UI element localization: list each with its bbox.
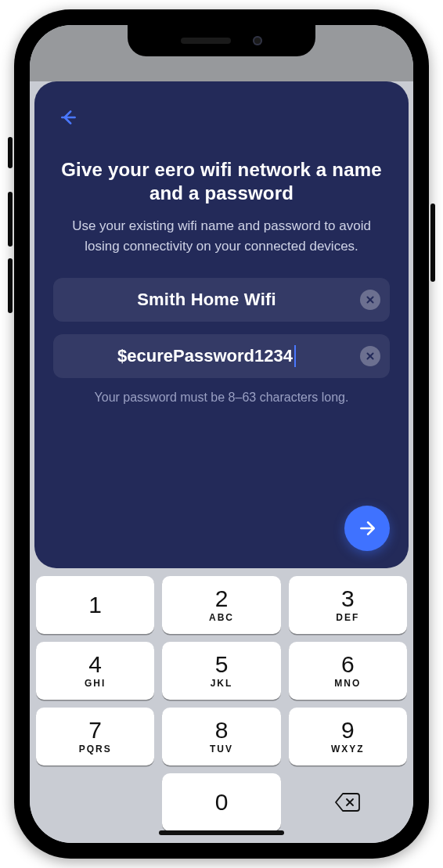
keypad-digit: 3 [341,587,355,610]
phone-volume-down [8,258,13,313]
back-button[interactable] [53,102,85,133]
keypad-key-9[interactable]: 9WXYZ [289,708,407,765]
keypad-digit: 6 [341,653,355,676]
phone-power-button [430,203,435,282]
phone-volume-up [8,192,13,247]
keypad-digit: 8 [215,719,229,742]
keypad-key-4[interactable]: 4GHI [36,642,154,700]
keypad-letters: WXYZ [331,744,365,755]
keypad-key-1[interactable]: 1 [36,576,154,634]
phone-frame: Give your eero wifi network a name and a… [14,9,429,859]
home-indicator[interactable] [159,830,284,835]
keypad-key-7[interactable]: 7PQRS [36,708,154,765]
phone-notch [128,25,315,56]
keypad-digit: 2 [215,587,229,610]
text-cursor [294,345,296,367]
keypad-digit: 5 [215,653,229,676]
backspace-icon [333,791,362,813]
network-name-input[interactable] [66,278,348,322]
keypad-key-5[interactable]: 5JKL [162,642,280,700]
phone-silent-switch [8,137,13,168]
keypad-digit: 4 [88,653,102,676]
keypad-backspace[interactable] [289,773,407,831]
keypad-letters: JKL [211,678,233,689]
keypad-key-3[interactable]: 3DEF [289,576,407,634]
page-subtitle: Use your existing wifi name and password… [53,216,390,256]
keypad-digit: 9 [341,719,355,742]
phone-speaker [181,38,231,44]
password-hint: Your password must be 8–63 characters lo… [53,391,390,405]
clear-password-button[interactable] [360,346,380,366]
keypad-spacer [36,773,154,831]
keypad-key-6[interactable]: 6MNO [289,642,407,700]
keypad-digit: 1 [88,593,102,617]
keypad-letters: DEF [336,612,359,623]
keypad-digit: 0 [215,791,229,814]
keypad-letters: ABC [209,612,234,623]
page-title: Give your eero wifi network a name and a… [53,158,390,205]
phone-front-camera [253,36,262,45]
password-value: $ecurePassword1234 [117,346,293,366]
arrow-left-icon [59,107,79,128]
keypad-letters: MNO [334,678,361,689]
next-button[interactable] [344,506,390,551]
setup-card: Give your eero wifi network a name and a… [34,81,409,568]
keypad-letters: GHI [85,678,106,689]
arrow-right-icon [357,518,377,538]
keypad-key-0[interactable]: 0 [162,773,280,831]
password-field[interactable]: $ecurePassword1234 [53,334,390,378]
keypad-key-8[interactable]: 8TUV [162,708,280,765]
keypad-digit: 7 [88,719,102,742]
keypad-key-2[interactable]: 2ABC [162,576,280,634]
keypad-letters: PQRS [79,744,112,755]
clear-network-name-button[interactable] [360,290,380,310]
keypad-letters: TUV [210,744,233,755]
network-name-field[interactable] [53,278,390,322]
numeric-keyboard: 12ABC3DEF4GHI5JKL6MNO7PQRS8TUV9WXYZ 0 [30,568,413,843]
